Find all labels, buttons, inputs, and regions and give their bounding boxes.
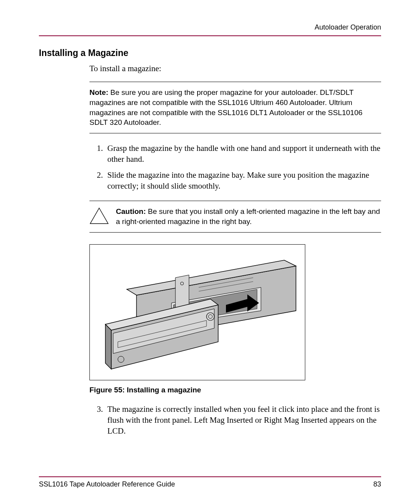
footer-doc-title: SSL1016 Tape Autoloader Reference Guide [39, 480, 175, 488]
steps-list-a: Grasp the magazine by the handle with on… [89, 143, 381, 191]
svg-marker-10 [105, 324, 111, 369]
svg-marker-0 [90, 208, 108, 224]
footer: SSL1016 Tape Autoloader Reference Guide … [39, 476, 381, 488]
note-block: Note: Be sure you are using the proper m… [89, 82, 381, 133]
list-item: Slide the magazine into the magazine bay… [105, 170, 381, 192]
intro-text: To install a magazine: [89, 63, 381, 74]
caution-text: Be sure that you install only a left-ori… [116, 207, 380, 226]
header-rule [39, 35, 381, 36]
caution-label: Caution: [116, 207, 146, 215]
note-text: Be sure you are using the proper magazin… [89, 88, 362, 126]
list-item: Grasp the magazine by the handle with on… [105, 143, 381, 165]
section-heading: Installing a Magazine [39, 48, 381, 58]
list-item: The magazine is correctly installed when… [105, 404, 381, 437]
figure-caption: Figure 55: Installing a magazine [89, 386, 381, 394]
header-section: Autoloader Operation [39, 23, 381, 35]
figure-illustration [89, 244, 305, 380]
steps-list-b: The magazine is correctly installed when… [89, 404, 381, 437]
footer-page-number: 83 [373, 480, 381, 488]
caution-triangle-icon [89, 207, 109, 226]
footer-rule [39, 476, 381, 477]
caution-block: Caution: Be sure that you install only a… [89, 201, 381, 232]
note-label: Note: [89, 88, 108, 96]
